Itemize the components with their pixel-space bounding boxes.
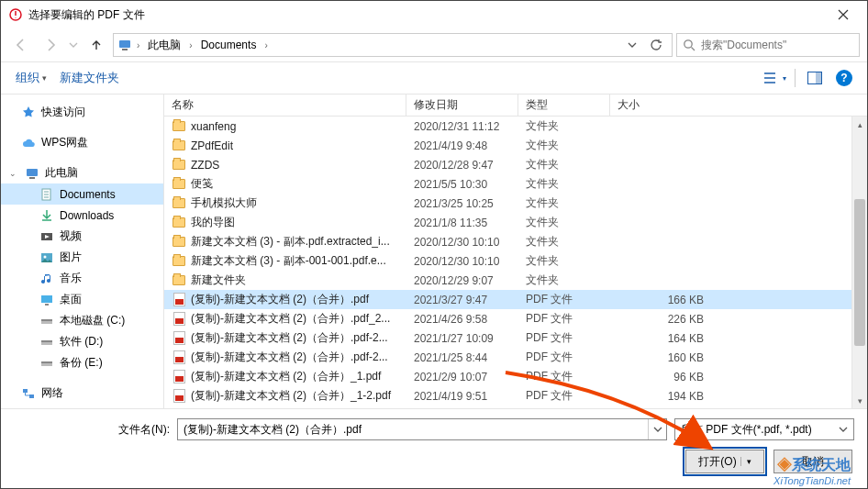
file-row[interactable]: xuanfeng2020/12/31 11:12文件夹 <box>164 117 867 136</box>
sidebar-edrive[interactable]: 备份 (E:) <box>1 352 163 373</box>
refresh-button[interactable] <box>644 34 668 56</box>
file-size: 226 KB <box>610 313 711 326</box>
file-type: PDF 文件 <box>518 369 610 384</box>
file-type: 文件夹 <box>518 118 610 134</box>
crumb-folder[interactable]: Documents <box>197 37 261 53</box>
file-name: 新建文件夹 <box>191 272 246 288</box>
expand-icon[interactable]: ⌄ <box>8 169 17 178</box>
file-name: 新建文本文档 (3) - 副本.pdf.extracted_i... <box>191 234 390 250</box>
open-button[interactable]: 打开(O) ▾ <box>685 450 764 473</box>
sidebar-videos[interactable]: 视频 <box>1 226 163 247</box>
sidebar-quick-access[interactable]: 快速访问 <box>1 102 163 123</box>
file-size: 164 KB <box>610 332 711 345</box>
file-row[interactable]: (复制)-新建文本文档 (2)（合并）_1.pdf2021/2/9 10:07P… <box>164 367 867 386</box>
close-button[interactable] <box>823 1 863 28</box>
view-options-button[interactable]: ▾ <box>763 66 787 90</box>
history-dropdown[interactable] <box>67 32 80 58</box>
folder-icon <box>172 196 186 211</box>
file-name: 我的导图 <box>191 215 235 230</box>
filename-dropdown[interactable] <box>648 419 666 439</box>
file-row[interactable]: (复制)-新建文本文档 (2)（合并）.pdf2021/3/27 9:47PDF… <box>164 290 867 309</box>
scrollbar[interactable]: ▴ ▾ <box>851 117 867 408</box>
titlebar: 选择要编辑的 PDF 文件 <box>1 1 867 28</box>
chevron-right-icon: › <box>186 40 195 50</box>
file-row[interactable]: (复制)-新建文本文档 (2)（合并）.pdf-2...2021/1/25 8:… <box>164 348 867 367</box>
sidebar-music[interactable]: 音乐 <box>1 268 163 289</box>
file-type: PDF 文件 <box>518 292 610 307</box>
scroll-up-icon[interactable]: ▴ <box>852 117 867 132</box>
music-icon <box>39 272 54 286</box>
breadcrumb[interactable]: › 此电脑 › Documents › <box>113 33 673 57</box>
sidebar-this-pc[interactable]: ⌄ 此电脑 <box>1 162 163 183</box>
help-button[interactable]: ? <box>832 66 856 90</box>
file-row[interactable]: 便笺2021/5/5 10:30文件夹 <box>164 174 867 194</box>
folder-icon <box>172 235 186 250</box>
file-row[interactable]: (复制)-新建文本文档 (2)（合并）_1-2.pdf2021/4/19 9:5… <box>164 386 867 406</box>
sidebar-ddrive[interactable]: 软件 (D:) <box>1 331 163 352</box>
col-type[interactable]: 类型 <box>518 94 610 116</box>
crumb-pc[interactable]: 此电脑 <box>144 36 184 55</box>
file-name: (复制)-新建文本文档 (2)（合并）_1-2.pdf <box>191 388 391 404</box>
sidebar-network[interactable]: 网络 <box>1 383 163 404</box>
svg-rect-21 <box>29 395 34 398</box>
file-size: 96 KB <box>610 371 711 383</box>
file-row[interactable]: 新建文件夹2020/12/29 9:07文件夹 <box>164 271 867 290</box>
col-date[interactable]: 修改日期 <box>406 94 518 116</box>
file-name: xuanfeng <box>191 120 236 133</box>
scroll-thumb[interactable] <box>854 199 865 346</box>
file-type: 文件夹 <box>518 253 610 269</box>
address-dropdown[interactable] <box>622 34 642 56</box>
search-input[interactable] <box>701 39 853 51</box>
file-type: 文件夹 <box>518 195 610 211</box>
preview-pane-button[interactable] <box>803 66 827 90</box>
chevron-down-icon: ▾ <box>42 73 47 83</box>
filename-label: 文件名(N): <box>14 422 170 438</box>
search-box[interactable] <box>676 33 860 57</box>
col-name[interactable]: 名称 <box>164 94 406 116</box>
svg-point-3 <box>684 40 692 48</box>
file-size: 160 KB <box>610 351 711 364</box>
file-type: PDF 文件 <box>518 330 610 346</box>
file-row[interactable]: 手机模拟大师2021/3/25 10:25文件夹 <box>164 194 867 213</box>
window-title: 选择要编辑的 PDF 文件 <box>28 7 823 23</box>
forward-button[interactable] <box>38 32 63 58</box>
file-row[interactable]: (复制)-新建文本文档 (2)（合并）.pdf-2...2021/1/27 10… <box>164 328 867 348</box>
sidebar-downloads[interactable]: Downloads <box>1 205 163 226</box>
file-row[interactable]: 新建文本文档 (3) - 副本.pdf.extracted_i...2020/1… <box>164 232 867 251</box>
file-row[interactable]: 我的导图2021/1/8 11:35文件夹 <box>164 213 867 232</box>
sidebar-cdrive[interactable]: 本地磁盘 (C:) <box>1 310 163 331</box>
file-row[interactable]: (复制)-新建文本文档 (2)（合并）.pdf_2...2021/4/26 9:… <box>164 309 867 328</box>
file-date: 2020/12/29 9:07 <box>406 274 518 287</box>
chevron-right-icon: › <box>134 40 142 50</box>
svg-point-11 <box>44 255 47 258</box>
body: 快速访问 WPS网盘 ⌄ 此电脑 Documents Downloads <box>1 94 867 408</box>
sidebar-wps[interactable]: WPS网盘 <box>1 132 163 153</box>
filename-input[interactable] <box>178 423 648 436</box>
sidebar-pictures[interactable]: 图片 <box>1 247 163 268</box>
file-date: 2021/5/5 10:30 <box>406 178 518 191</box>
file-name: 手机模拟大师 <box>191 195 257 211</box>
scroll-down-icon[interactable]: ▾ <box>852 393 867 408</box>
sidebar-documents[interactable]: Documents <box>1 183 163 205</box>
back-button[interactable] <box>8 32 34 58</box>
new-folder-button[interactable]: 新建文件夹 <box>56 66 123 90</box>
sidebar-desktop[interactable]: 桌面 <box>1 289 163 310</box>
file-date: 2021/1/8 11:35 <box>406 217 518 229</box>
file-name: 新建文本文档 (3) - 副本-001-001.pdf.e... <box>191 253 386 269</box>
up-button[interactable] <box>83 32 109 58</box>
file-type: 文件夹 <box>518 215 610 230</box>
file-name: 便笺 <box>191 176 213 192</box>
organize-button[interactable]: 组织 ▾ <box>12 66 50 90</box>
toolbar: 组织 ▾ 新建文件夹 ▾ ? <box>1 61 867 94</box>
file-row[interactable]: ZPdfEdit2021/4/19 9:48文件夹 <box>164 136 867 155</box>
col-size[interactable]: 大小 <box>610 94 867 116</box>
file-list[interactable]: xuanfeng2020/12/31 11:12文件夹ZPdfEdit2021/… <box>164 117 867 408</box>
folder-icon <box>172 158 186 172</box>
separator <box>795 69 796 87</box>
file-row[interactable]: 新建文本文档 (3) - 副本-001-001.pdf.e...2020/12/… <box>164 251 867 271</box>
file-type: PDF 文件 <box>518 388 610 404</box>
filename-combo[interactable] <box>177 418 667 440</box>
file-name: (复制)-新建文本文档 (2)（合并）.pdf-2... <box>191 350 388 365</box>
filetype-filter[interactable]: 所有 PDF 文件(*.pdf, *.pdt) <box>674 418 854 440</box>
file-row[interactable]: ZZDS2020/12/28 9:47文件夹 <box>164 155 867 174</box>
